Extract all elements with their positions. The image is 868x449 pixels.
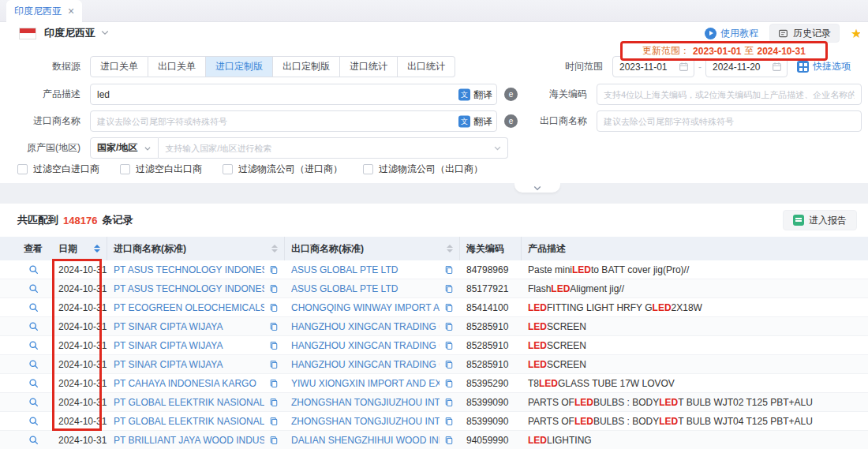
copy-icon[interactable] <box>269 284 279 294</box>
chevron-down-icon[interactable] <box>100 28 110 39</box>
importer-link[interactable]: PT ECOGREEN OLEOCHEMICALS <box>114 302 264 313</box>
column-header-exporter[interactable]: 出口商名称(标准) <box>285 237 460 260</box>
magnifier-icon[interactable] <box>28 378 39 388</box>
importer-link[interactable]: PT GLOBAL ELEKTRIK NASIONAL <box>114 397 264 408</box>
view-record-button[interactable] <box>14 393 52 412</box>
sort-icon[interactable] <box>94 245 100 253</box>
checkbox-icon[interactable] <box>223 164 233 174</box>
origin-search-input[interactable] <box>159 137 508 159</box>
copy-icon[interactable] <box>444 284 454 294</box>
importer-link[interactable]: PT SINAR CIPTA WIJAYA <box>114 359 264 370</box>
hs-code-input[interactable] <box>597 84 862 105</box>
copy-icon[interactable] <box>444 360 454 369</box>
tab-indonesia[interactable]: 印度尼西亚 × <box>6 0 82 22</box>
star-icon[interactable]: ★ <box>851 26 860 41</box>
close-icon[interactable]: × <box>68 6 74 17</box>
importer-input[interactable] <box>90 110 497 132</box>
copy-icon[interactable] <box>269 360 279 369</box>
copy-icon[interactable] <box>444 436 454 445</box>
exporter-input[interactable] <box>597 110 862 132</box>
exporter-cell: YIWU XIONGXIN IMPORT AND EXPORT... <box>285 374 460 393</box>
exporter-link[interactable]: ASUS GLOBAL PTE LTD <box>291 283 440 294</box>
view-record-button[interactable] <box>14 298 52 317</box>
magnifier-icon[interactable] <box>28 397 39 407</box>
magnifier-icon[interactable] <box>28 302 39 312</box>
importer-link[interactable]: PT BRILLIANT JAYA WOOD INDUSTRY <box>114 435 264 446</box>
exporter-link[interactable]: YIWU XIONGXIN IMPORT AND EXPORT... <box>291 378 440 389</box>
view-record-button[interactable] <box>14 260 52 279</box>
view-record-button[interactable] <box>14 317 52 336</box>
copy-icon[interactable] <box>269 322 279 331</box>
filter-checkbox[interactable]: 过滤物流公司（进口商） <box>223 163 342 176</box>
copy-icon[interactable] <box>444 341 454 350</box>
copy-icon[interactable] <box>269 436 279 445</box>
history-button[interactable]: 历史记录 <box>769 24 840 43</box>
importer-link[interactable]: PT GLOBAL ELEKTRIK NASIONAL <box>114 416 264 427</box>
importer-link[interactable]: PT SINAR CIPTA WIJAYA <box>114 340 264 351</box>
view-record-button[interactable] <box>14 374 52 393</box>
sort-icon[interactable] <box>271 245 278 253</box>
copy-icon[interactable] <box>269 417 279 426</box>
filter-checkbox[interactable]: 过滤物流公司（出口商） <box>363 163 483 176</box>
magnifier-icon[interactable] <box>28 321 39 331</box>
copy-icon[interactable] <box>444 379 454 388</box>
checkbox-icon[interactable] <box>17 164 28 174</box>
exporter-link[interactable]: ZHONGSHAN TONGJIUZHOU INTERNA... <box>291 397 440 408</box>
magnifier-icon[interactable] <box>28 264 39 275</box>
exporter-link[interactable]: ZHONGSHAN TONGJIUZHOU INTERNA... <box>291 416 440 427</box>
copy-icon[interactable] <box>444 265 454 275</box>
filter-checkbox[interactable]: 过滤空白进口商 <box>17 163 99 176</box>
magnifier-icon[interactable] <box>28 283 39 294</box>
datasource-tab-出口关单[interactable]: 出口关单 <box>148 56 206 77</box>
column-header-date[interactable]: 日期 <box>52 237 107 260</box>
copy-icon[interactable] <box>269 379 279 388</box>
importer-link[interactable]: PT CAHAYA INDONESIA KARGO <box>114 378 264 389</box>
copy-icon[interactable] <box>444 322 454 331</box>
view-record-button[interactable] <box>14 336 52 355</box>
datasource-tab-出口统计[interactable]: 出口统计 <box>398 56 455 77</box>
copy-icon[interactable] <box>444 303 454 312</box>
view-record-button[interactable] <box>14 412 52 431</box>
quick-options-link[interactable]: 快捷选项 <box>797 60 851 73</box>
copy-icon[interactable] <box>444 417 454 426</box>
exporter-link[interactable]: ASUS GLOBAL PTE LTD <box>291 264 440 275</box>
exporter-link[interactable]: HANGZHOU XINGCAN TRADING CO LTD <box>291 359 440 370</box>
datasource-tab-出口定制版[interactable]: 出口定制版 <box>273 56 340 77</box>
checkbox-icon[interactable] <box>120 164 130 174</box>
importer-link[interactable]: PT ASUS TECHNOLOGY INDONESIA BA... <box>114 283 264 294</box>
datasource-tab-进口统计[interactable]: 进口统计 <box>340 56 398 77</box>
magnifier-icon[interactable] <box>28 435 39 445</box>
datasource-tab-进口关单[interactable]: 进口关单 <box>90 56 148 77</box>
exporter-link[interactable]: HANGZHOU XINGCAN TRADING CO LTD <box>291 340 440 351</box>
exporter-link[interactable]: CHONGQING WINWAY IMPORT AND E... <box>291 302 440 313</box>
view-record-button[interactable] <box>14 355 52 374</box>
column-header-importer[interactable]: 进口商名称(标准) <box>107 237 285 260</box>
view-record-button[interactable] <box>14 279 52 298</box>
enter-report-button[interactable]: 进入报告 <box>783 210 857 230</box>
translate-button[interactable]: 文 翻译 <box>455 88 492 101</box>
checkbox-icon[interactable] <box>363 164 373 174</box>
exporter-link[interactable]: HANGZHOU XINGCAN TRADING CO LTD <box>291 321 440 332</box>
magnifier-icon[interactable] <box>28 416 39 426</box>
copy-icon[interactable] <box>269 341 279 350</box>
copy-icon[interactable] <box>269 265 279 275</box>
exact-match-icon[interactable]: e <box>504 88 518 101</box>
magnifier-icon[interactable] <box>28 359 39 369</box>
importer-link[interactable]: PT ASUS TECHNOLOGY INDONESIA BA... <box>114 264 264 275</box>
product-desc-input[interactable] <box>90 84 497 105</box>
tutorial-link[interactable]: 使用教程 <box>705 27 758 40</box>
origin-country-select[interactable]: 国家/地区 <box>90 137 159 159</box>
importer-link[interactable]: PT SINAR CIPTA WIJAYA <box>114 321 264 332</box>
filter-checkbox[interactable]: 过滤空白出口商 <box>120 163 202 176</box>
datasource-tab-进口定制版[interactable]: 进口定制版 <box>206 56 273 77</box>
copy-icon[interactable] <box>444 398 454 407</box>
exact-match-icon[interactable]: e <box>504 114 518 128</box>
sort-icon[interactable] <box>447 245 453 253</box>
exporter-link[interactable]: DALIAN SHENGZHIHUI WOOD INDUST... <box>291 435 440 446</box>
collapse-panel-handle[interactable] <box>514 183 560 193</box>
copy-icon[interactable] <box>269 303 279 312</box>
magnifier-icon[interactable] <box>28 340 39 350</box>
translate-button[interactable]: 文 翻译 <box>455 114 492 128</box>
copy-icon[interactable] <box>269 398 279 407</box>
view-record-button[interactable] <box>14 431 52 449</box>
